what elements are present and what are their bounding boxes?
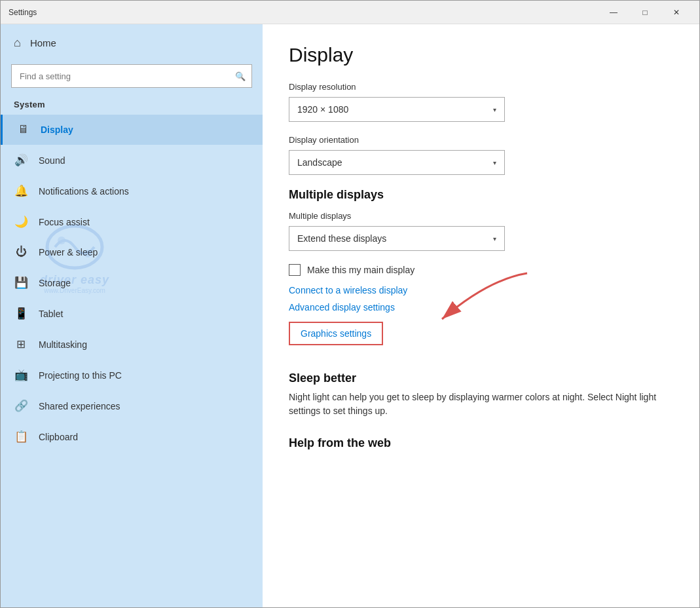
search-input[interactable] <box>11 64 252 88</box>
sidebar-item-sound-label: Sound <box>39 155 65 166</box>
graphics-annotation-container: Graphics settings <box>289 319 383 356</box>
display-icon: 🖥 <box>16 123 30 136</box>
window-controls: — □ ✕ <box>599 2 691 23</box>
clipboard-icon: 📋 <box>14 430 28 444</box>
notifications-icon: 🔔 <box>14 184 28 198</box>
sidebar-item-power-label: Power & sleep <box>39 247 98 257</box>
sidebar-item-power[interactable]: ⏻ Power & sleep <box>1 237 263 267</box>
multiple-displays-chevron-icon: ▾ <box>493 235 496 242</box>
sound-icon: 🔊 <box>14 153 28 167</box>
sidebar-item-multitasking-label: Multitasking <box>39 339 87 350</box>
advanced-display-link[interactable]: Advanced display settings <box>289 302 673 313</box>
sidebar-item-display-label: Display <box>41 124 73 135</box>
multiple-displays-heading: Multiple displays <box>289 188 673 202</box>
projecting-icon: 📺 <box>14 368 28 382</box>
multiple-displays-value: Extend these displays <box>297 233 386 244</box>
orientation-label: Display orientation <box>289 135 673 145</box>
sleep-section: Sleep better Night light can help you ge… <box>289 371 673 418</box>
resolution-value: 1920 × 1080 <box>297 104 348 115</box>
settings-window: Settings — □ ✕ ⌂ Home 🔍 System 🖥 <box>0 0 700 608</box>
sidebar-item-clipboard-label: Clipboard <box>39 432 78 442</box>
multiple-displays-dropdown[interactable]: Extend these displays ▾ <box>289 226 505 251</box>
orientation-chevron-icon: ▾ <box>493 159 496 166</box>
sidebar-item-projecting[interactable]: 📺 Projecting to this PC <box>1 360 263 390</box>
sidebar-item-home[interactable]: ⌂ Home <box>1 24 263 62</box>
sidebar-item-display[interactable]: 🖥 Display <box>1 115 263 145</box>
sleep-heading: Sleep better <box>289 371 673 385</box>
resolution-label: Display resolution <box>289 82 673 92</box>
sidebar-item-tablet[interactable]: 📱 Tablet <box>1 298 263 329</box>
make-main-row: Make this my main display <box>289 264 673 276</box>
multitasking-icon: ⊞ <box>14 337 28 351</box>
sidebar-item-sound[interactable]: 🔊 Sound <box>1 145 263 176</box>
orientation-section: Display orientation Landscape ▾ <box>289 135 673 175</box>
resolution-chevron-icon: ▾ <box>493 106 496 113</box>
home-label: Home <box>30 37 56 48</box>
sidebar-section-label: System <box>1 96 263 115</box>
search-box: 🔍 <box>11 64 252 88</box>
sidebar: ⌂ Home 🔍 System 🖥 Display 🔊 Sound 🔔 N <box>1 24 263 607</box>
orientation-value: Landscape <box>297 157 342 168</box>
resolution-dropdown[interactable]: 1920 × 1080 ▾ <box>289 97 505 122</box>
sidebar-item-clipboard[interactable]: 📋 Clipboard <box>1 421 263 452</box>
search-icon: 🔍 <box>235 71 246 81</box>
power-icon: ⏻ <box>14 246 28 259</box>
sidebar-item-notifications-label: Notifications & actions <box>39 186 129 197</box>
focus-icon: 🌙 <box>14 215 28 229</box>
home-icon: ⌂ <box>14 36 21 50</box>
sidebar-item-storage[interactable]: 💾 Storage <box>1 267 263 298</box>
sidebar-item-projecting-label: Projecting to this PC <box>39 370 122 381</box>
close-button[interactable]: ✕ <box>661 2 691 23</box>
maximize-button[interactable]: □ <box>630 2 660 23</box>
red-arrow <box>390 267 534 332</box>
graphics-settings-link[interactable]: Graphics settings <box>301 328 371 339</box>
make-main-checkbox[interactable] <box>289 264 301 276</box>
storage-icon: 💾 <box>14 276 28 290</box>
shared-icon: 🔗 <box>14 399 28 413</box>
panel: Display Display resolution 1920 × 1080 ▾… <box>263 24 699 607</box>
sidebar-item-storage-label: Storage <box>39 278 71 288</box>
sidebar-item-focus[interactable]: 🌙 Focus assist <box>1 206 263 237</box>
sidebar-item-focus-label: Focus assist <box>39 217 90 227</box>
main-content: ⌂ Home 🔍 System 🖥 Display 🔊 Sound 🔔 N <box>1 24 699 607</box>
minimize-button[interactable]: — <box>599 2 629 23</box>
orientation-dropdown[interactable]: Landscape ▾ <box>289 150 505 175</box>
graphics-settings-box: Graphics settings <box>289 322 383 345</box>
titlebar: Settings — □ ✕ <box>1 1 699 24</box>
panel-title: Display <box>289 44 673 66</box>
sidebar-item-shared[interactable]: 🔗 Shared experiences <box>1 390 263 421</box>
resolution-section: Display resolution 1920 × 1080 ▾ <box>289 82 673 122</box>
sidebar-item-shared-label: Shared experiences <box>39 401 120 411</box>
sidebar-item-tablet-label: Tablet <box>39 309 63 319</box>
sleep-description: Night light can help you get to sleep by… <box>289 390 669 418</box>
multiple-displays-section: Multiple displays Extend these displays … <box>289 211 673 251</box>
help-heading: Help from the web <box>289 436 673 450</box>
tablet-icon: 📱 <box>14 307 28 320</box>
sidebar-item-multitasking[interactable]: ⊞ Multitasking <box>1 329 263 360</box>
window-title: Settings <box>9 8 599 17</box>
make-main-label: Make this my main display <box>307 265 414 275</box>
sidebar-item-notifications[interactable]: 🔔 Notifications & actions <box>1 176 263 206</box>
multiple-displays-label: Multiple displays <box>289 211 673 221</box>
wireless-display-link[interactable]: Connect to a wireless display <box>289 285 673 295</box>
